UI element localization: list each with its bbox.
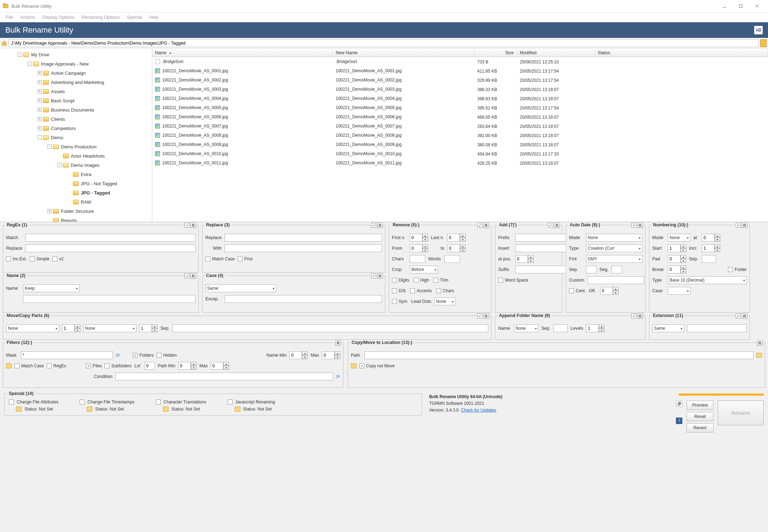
refresh-icon[interactable]: ⟳ bbox=[116, 352, 120, 358]
col-name-header[interactable]: Name▲ bbox=[152, 49, 333, 56]
filters-lvl-input[interactable] bbox=[144, 362, 155, 370]
tree-toggle-icon[interactable]: - bbox=[47, 145, 52, 149]
copymove-browse-icon[interactable] bbox=[756, 353, 762, 358]
add-wordspace-check[interactable] bbox=[498, 278, 503, 283]
replace-first-check[interactable] bbox=[238, 256, 243, 261]
numbering-type-select[interactable]: Base 10 (Decimal) bbox=[668, 276, 747, 284]
remove-digits-check[interactable] bbox=[392, 278, 397, 283]
reset-button[interactable]: Reset bbox=[687, 412, 713, 421]
settings-icon[interactable] bbox=[163, 407, 169, 412]
tree-toggle-icon[interactable]: - bbox=[18, 52, 22, 57]
path-input[interactable] bbox=[8, 39, 759, 47]
add-enable-check[interactable] bbox=[548, 223, 553, 228]
remove-firstn-input[interactable] bbox=[410, 234, 422, 242]
copymove-copynotmove-check[interactable] bbox=[359, 363, 364, 368]
tree-item[interactable]: -My Drive bbox=[0, 50, 152, 59]
tree-toggle-icon[interactable]: + bbox=[47, 209, 52, 213]
remove-sym-check[interactable] bbox=[392, 299, 397, 304]
check-updates-link[interactable]: Check for Updates bbox=[461, 408, 496, 413]
tree-toggle-icon[interactable]: + bbox=[38, 117, 42, 121]
name-enable-check[interactable] bbox=[184, 273, 189, 278]
ext-enable-check[interactable] bbox=[736, 313, 741, 318]
numbering-mode-select[interactable]: None bbox=[668, 234, 690, 242]
filters-namemin-input[interactable] bbox=[289, 351, 302, 359]
filters-subfolders-check[interactable] bbox=[104, 363, 109, 368]
tree-toggle-icon[interactable]: - bbox=[57, 163, 62, 167]
tree-item[interactable]: +Active Campaign bbox=[0, 68, 152, 78]
regex-v2-check[interactable] bbox=[52, 256, 57, 261]
file-row[interactable]: 100221_DemoMovie_AS_0008.jpg100221_DemoM… bbox=[152, 131, 768, 140]
autodate-type-select[interactable]: Creation (Curr bbox=[586, 244, 642, 252]
remove-accents-check[interactable] bbox=[410, 288, 415, 293]
filters-pathmax-input[interactable] bbox=[211, 362, 223, 370]
revert-button[interactable]: Revert bbox=[687, 423, 713, 432]
autodate-mode-select[interactable]: None bbox=[586, 234, 642, 242]
case-mode-select[interactable]: Same bbox=[205, 284, 276, 292]
tree-item[interactable]: +Assets bbox=[0, 87, 152, 96]
ext-value-input[interactable] bbox=[687, 324, 747, 332]
tree-toggle-icon[interactable]: - bbox=[28, 62, 32, 66]
name-fixed-input[interactable] bbox=[23, 295, 195, 303]
copymove-reset-button[interactable]: R bbox=[757, 340, 763, 346]
up-folder-icon[interactable] bbox=[1, 40, 7, 46]
appfolder-enable-check[interactable] bbox=[631, 313, 636, 318]
move-reset-button[interactable]: R bbox=[483, 313, 489, 319]
case-reset-button[interactable]: R bbox=[377, 273, 383, 279]
numbering-at-input[interactable] bbox=[702, 234, 715, 242]
file-row[interactable]: 100221_DemoMovie_AS_0004.jpg100221_DemoM… bbox=[152, 94, 768, 103]
tree-item[interactable]: -Demo bbox=[0, 133, 152, 142]
settings-icon[interactable] bbox=[16, 407, 22, 412]
settings-icon[interactable] bbox=[87, 407, 92, 412]
appfolder-mode-select[interactable]: None bbox=[514, 324, 539, 332]
autodate-cent-check[interactable] bbox=[569, 288, 574, 293]
remove-chars-input[interactable] bbox=[410, 255, 425, 263]
appfolder-sep-input[interactable] bbox=[553, 324, 568, 332]
file-row[interactable]: 100221_DemoMovie_AS_0007.jpg100221_DemoM… bbox=[152, 121, 768, 131]
col-status-header[interactable]: Status bbox=[595, 49, 768, 56]
filters-reset-button[interactable]: R bbox=[335, 340, 341, 346]
tree-toggle-icon[interactable]: - bbox=[38, 135, 42, 140]
remove-lastn-input[interactable] bbox=[447, 234, 460, 242]
remove-high-check[interactable] bbox=[414, 278, 419, 283]
autodate-enable-check[interactable] bbox=[631, 223, 636, 228]
filters-files-check[interactable] bbox=[86, 363, 91, 368]
remove-from-input[interactable] bbox=[410, 244, 422, 252]
file-row[interactable]: 100221_DemoMovie_AS_0003.jpg100221_DemoM… bbox=[152, 85, 768, 94]
tree-toggle-icon[interactable]: + bbox=[38, 126, 42, 130]
tree-item[interactable]: JPG - Tagged bbox=[0, 188, 152, 197]
tree-toggle-icon[interactable]: + bbox=[38, 80, 42, 84]
numbering-sep-input[interactable] bbox=[702, 255, 716, 263]
tree-item[interactable]: +Clients bbox=[0, 114, 152, 124]
tree-item[interactable]: +Bash Script bbox=[0, 96, 152, 105]
tree-item[interactable]: RAW bbox=[0, 197, 152, 206]
filters-hidden-check[interactable] bbox=[157, 353, 161, 358]
regex-incext-check[interactable] bbox=[6, 256, 11, 261]
tree-toggle-icon[interactable]: + bbox=[38, 98, 42, 103]
case-enable-check[interactable] bbox=[371, 273, 376, 278]
tree-toggle-icon[interactable]: + bbox=[38, 71, 42, 75]
remove-enable-check[interactable] bbox=[477, 223, 482, 228]
ext-mode-select[interactable]: Same bbox=[652, 324, 684, 332]
minimize-button[interactable] bbox=[716, 1, 733, 11]
condition-refresh-icon[interactable]: ⟳ bbox=[336, 374, 340, 379]
tree-item[interactable]: +Advertising and Marketing bbox=[0, 78, 152, 87]
tree-item[interactable]: Reports bbox=[0, 216, 152, 222]
replace-enable-check[interactable] bbox=[371, 223, 376, 228]
regex-reset-button[interactable]: R bbox=[190, 222, 196, 228]
numbering-break-input[interactable] bbox=[668, 266, 681, 273]
tree-item[interactable]: JPG - Not Tagged bbox=[0, 179, 152, 188]
menu-file[interactable]: File bbox=[2, 13, 17, 21]
tree-item[interactable]: Extra bbox=[0, 170, 152, 179]
close-button[interactable] bbox=[749, 1, 765, 11]
remove-reset-button[interactable]: R bbox=[483, 222, 489, 228]
file-row[interactable]: .BridgeSort.BridgeSort733 B25/08/2021 13… bbox=[152, 57, 768, 66]
add-atpos-input[interactable] bbox=[515, 255, 528, 263]
col-newname-header[interactable]: New Name bbox=[333, 49, 474, 56]
filters-folders-check[interactable] bbox=[133, 353, 138, 358]
remove-crop-select[interactable]: Before bbox=[410, 266, 438, 273]
copymove-path-input[interactable] bbox=[364, 351, 753, 359]
numbering-folder-check[interactable] bbox=[728, 267, 733, 272]
autodate-seg-input[interactable] bbox=[611, 266, 622, 273]
regex-match-input[interactable] bbox=[25, 234, 195, 242]
clipboard-icon[interactable]: 🗐 bbox=[676, 401, 682, 407]
